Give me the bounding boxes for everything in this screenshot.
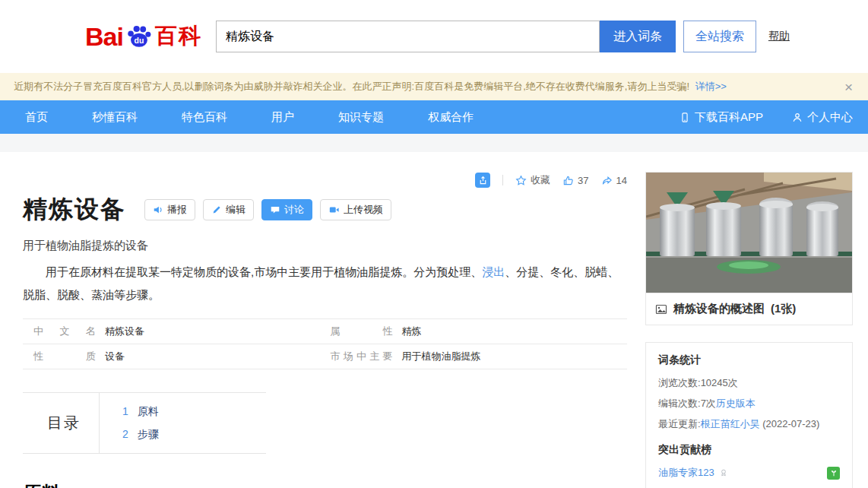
toc-item-number: 1 [122, 405, 128, 419]
info-label: 市场中主要 [331, 350, 393, 363]
section-header-raw-material: 原料 播报 编辑 [23, 481, 627, 488]
nav-item-tese[interactable]: 特色百科 [182, 110, 227, 125]
site-search-button[interactable]: 全站搜索 [683, 21, 756, 52]
notice-bar: 近期有不法分子冒充百度百科官方人员,以删除词条为由威胁并敲诈相关企业。在此严正声… [0, 73, 868, 100]
search-input[interactable] [216, 21, 600, 52]
forward-icon [601, 175, 613, 186]
divider [502, 175, 503, 185]
caption-text: 精炼设备的概述图 [673, 302, 765, 316]
info-label: 性质 [33, 350, 96, 363]
edit-button[interactable]: 编辑 [203, 199, 254, 220]
upload-video-label: 上传视频 [344, 203, 383, 217]
phone-icon [680, 112, 690, 123]
caption-count: (1张) [771, 302, 796, 316]
basic-info-box: 中文名 精炼设备 属性 精炼 性质 设备 市场中主要 用于植物油 [23, 318, 627, 369]
info-pair-nature: 性质 设备 [33, 350, 331, 363]
baidu-baike-logo[interactable]: Bai du 百科 [85, 21, 202, 52]
favorite-button[interactable]: 收藏 [515, 173, 550, 187]
info-pair-attribute: 属性 精炼 [331, 325, 628, 338]
contributors-title: 突出贡献榜 [658, 443, 840, 457]
svg-text:du: du [135, 36, 144, 45]
entry-content: 收藏 37 14 精炼设备 [0, 152, 868, 488]
nav-item-home[interactable]: 首页 [25, 110, 48, 125]
overview-image-card: 精炼设备的概述图 (1张) [645, 172, 853, 325]
broadcast-label: 播报 [167, 203, 187, 217]
info-label: 中文名 [33, 325, 96, 338]
toc-title: 目录 [23, 393, 100, 453]
page-title: 精炼设备 [23, 193, 126, 227]
contributor-row: 油脂专家123 [658, 466, 840, 480]
info-pair-market-use: 市场中主要 用于植物油脂提炼 [331, 350, 628, 363]
close-icon[interactable]: × [840, 78, 857, 96]
enter-entry-button[interactable]: 进入词条 [600, 21, 676, 52]
stat-views: 浏览次数:10245次 [658, 376, 840, 390]
info-row: 性质 设备 市场中主要 用于植物油脂提炼 [23, 344, 627, 369]
discuss-label: 讨论 [284, 203, 304, 217]
personal-center-button[interactable]: 个人中心 [792, 110, 853, 125]
summary-text-before: 用于在原材料在提取某一特定物质的设备,市场中主要用于植物油脂提炼。分为预处理、 [46, 265, 482, 278]
toc-item-label: 步骤 [138, 428, 159, 442]
views-value: 10245次 [701, 377, 738, 388]
favorite-label: 收藏 [531, 173, 550, 187]
quality-badge-icon[interactable] [827, 467, 840, 480]
info-value: 精炼设备 [105, 325, 144, 338]
broadcast-button[interactable]: 播报 [144, 199, 195, 220]
info-value: 精炼 [402, 325, 422, 338]
edits-value: 7次 [701, 398, 716, 409]
overview-image[interactable] [646, 173, 852, 293]
nav-item-miaodong[interactable]: 秒懂百科 [92, 110, 138, 125]
views-label: 浏览次数: [658, 377, 701, 388]
section-title: 原料 [23, 481, 61, 488]
download-app-button[interactable]: 下载百科APP [680, 110, 763, 125]
toc-item-steps[interactable]: 2 步骤 [122, 428, 159, 442]
nav-item-topics[interactable]: 知识专题 [338, 110, 384, 125]
history-versions-link[interactable]: 历史版本 [716, 398, 756, 409]
nav-item-users[interactable]: 用户 [271, 110, 294, 125]
info-row: 中文名 精炼设备 属性 精炼 [23, 319, 627, 344]
updater-link[interactable]: 根正苗红小昊 [701, 418, 760, 429]
toc-item-number: 2 [122, 428, 128, 442]
edit-label: 编辑 [226, 203, 246, 217]
search-bar: 进入词条 全站搜索 帮助 [216, 21, 790, 52]
picture-icon [655, 303, 667, 315]
contributor-link[interactable]: 油脂专家123 [658, 466, 714, 480]
baike-page: Bai du 百科 进入词条 全站搜索 帮助 近期有不法分子冒充百度百科官方人员… [0, 0, 868, 488]
upload-video-button[interactable]: 上传视频 [320, 199, 391, 220]
share-button[interactable] [475, 173, 490, 188]
info-pair-chinese-name: 中文名 精炼设备 [33, 325, 331, 338]
share-arrow-icon [478, 176, 488, 185]
thumb-up-icon [562, 175, 574, 186]
table-of-contents: 目录 1 原料 2 步骤 [23, 392, 266, 454]
title-row: 精炼设备 播报 编辑 [23, 193, 627, 227]
stat-edits: 编辑次数:7次历史版本 [658, 397, 840, 410]
stat-last-update: 最近更新:根正苗红小昊 (2022-07-23) [658, 417, 840, 431]
nav-right-group: 下载百科APP 个人中心 [680, 110, 853, 125]
edits-label: 编辑次数: [658, 398, 701, 409]
info-value: 用于植物油脂提炼 [402, 350, 481, 363]
nav-item-cooperation[interactable]: 权威合作 [428, 110, 474, 125]
overview-image-caption[interactable]: 精炼设备的概述图 (1张) [646, 293, 852, 325]
summary-inline-link[interactable]: 浸出 [482, 265, 505, 278]
like-button[interactable]: 37 [562, 175, 588, 186]
toc-list: 1 原料 2 步骤 [100, 405, 159, 442]
help-link[interactable]: 帮助 [768, 30, 790, 43]
download-app-label: 下载百科APP [695, 110, 763, 125]
entry-action-row: 收藏 37 14 [23, 172, 627, 189]
toc-item-raw-material[interactable]: 1 原料 [122, 405, 159, 419]
forward-button[interactable]: 14 [601, 175, 627, 186]
speech-bubble-icon [270, 204, 280, 215]
personal-center-label: 个人中心 [807, 110, 853, 125]
update-date: (2022-07-23) [762, 418, 819, 429]
notice-detail-link[interactable]: 详情>> [695, 81, 727, 92]
medal-icon [719, 468, 728, 477]
entry-subtitle: 用于植物油脂提炼的设备 [23, 239, 627, 253]
info-label: 属性 [331, 325, 393, 338]
video-camera-icon [328, 204, 340, 215]
entry-stats-card: 词条统计 浏览次数:10245次 编辑次数:7次历史版本 最近更新:根正苗红小昊… [645, 342, 853, 488]
info-value: 设备 [105, 350, 125, 363]
forward-count: 14 [616, 175, 627, 186]
logo-text-bai: Bai [85, 22, 123, 52]
update-label: 最近更新: [658, 418, 701, 429]
main-nav: 首页 秒懂百科 特色百科 用户 知识专题 权威合作 下载百科APP 个人中心 [0, 100, 868, 134]
discuss-button[interactable]: 讨论 [261, 199, 312, 220]
